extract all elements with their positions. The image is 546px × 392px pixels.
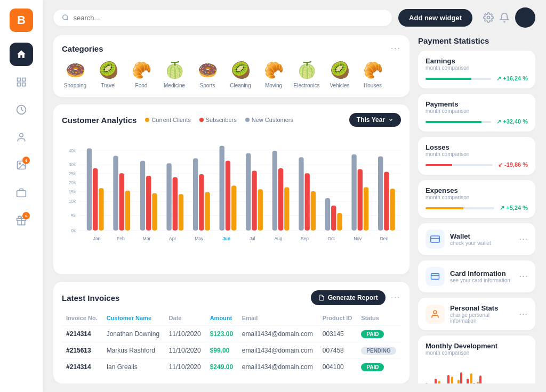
mini-bar-mar: [438, 381, 443, 383]
paid-badge: PAID: [361, 330, 384, 338]
losses-pct: ↙ -19,86 %: [498, 161, 528, 168]
sidebar-item-home[interactable]: [10, 43, 33, 66]
card-icon: [430, 272, 440, 281]
svg-text:15k: 15k: [69, 189, 76, 194]
category-electronics[interactable]: 🍈 Electronics: [293, 61, 320, 88]
date-3: 11/10/2020: [165, 359, 206, 375]
add-widget-button[interactable]: Add new widget: [398, 9, 472, 27]
monthly-title: Monthly Development: [425, 342, 497, 350]
svg-text:Apr: Apr: [169, 236, 176, 242]
svg-text:May: May: [195, 236, 204, 242]
notification-icon[interactable]: [499, 12, 510, 23]
svg-text:Dec: Dec: [380, 236, 388, 242]
sidebar-item-chart[interactable]: [10, 98, 33, 121]
header-icons: [483, 7, 535, 28]
mini-bar-jun: [457, 372, 462, 383]
svg-rect-58: [272, 151, 277, 231]
payments-pct: ↗ +32,40 %: [496, 118, 528, 125]
category-moving[interactable]: 🥐 Moving: [260, 61, 287, 88]
sidebar-item-dashboard[interactable]: [10, 70, 33, 94]
mini-bar-feb: [432, 379, 437, 383]
right-panel: Payment Statistics Earnings month compar…: [418, 35, 535, 383]
svg-rect-68: [337, 213, 342, 231]
food-emoji: 🥐: [132, 61, 151, 79]
analytics-header: Customer Analytics Current Clients Subsc…: [62, 113, 401, 127]
svg-text:5k: 5k: [71, 213, 76, 218]
generate-report-button[interactable]: Generate Report: [311, 290, 386, 305]
category-houses[interactable]: 🥐 Houses: [359, 61, 386, 88]
sidebar-item-gift[interactable]: 6: [10, 209, 33, 232]
personal-icon: [430, 309, 440, 319]
earnings-bar-row: ↗ +16,24 %: [425, 75, 528, 82]
svg-rect-44: [179, 194, 183, 231]
col-customer: Customer Name: [102, 313, 165, 326]
card-info-menu[interactable]: ···: [519, 272, 528, 281]
category-shopping[interactable]: 🍩 Shopping: [62, 61, 89, 88]
svg-rect-3: [22, 83, 26, 86]
moving-label: Moving: [265, 83, 282, 88]
table-row: #215613 Markus Rashford 11/10/2020 $99.0…: [62, 342, 401, 359]
svg-rect-43: [173, 177, 178, 231]
image-badge: 4: [22, 157, 30, 164]
sidebar-item-image[interactable]: 4: [10, 153, 33, 177]
mini-bar-may: [451, 377, 456, 383]
svg-rect-66: [325, 198, 330, 231]
category-sports[interactable]: 🍩 Sports: [194, 61, 221, 88]
card-info-sub: see your card information: [450, 277, 510, 283]
svg-text:Nov: Nov: [354, 236, 362, 242]
header: Add new widget: [43, 0, 546, 35]
category-medicine[interactable]: 🍈 Medicine: [161, 61, 188, 88]
col-product-id: Product ID: [318, 313, 357, 326]
svg-rect-46: [193, 158, 198, 231]
category-vehicles[interactable]: 🥝 Vehicles: [326, 61, 353, 88]
category-cleaning[interactable]: 🥝 Cleaning: [227, 61, 254, 88]
categories-title: Categories: [62, 44, 103, 53]
svg-point-13: [487, 17, 490, 19]
settings-icon[interactable]: [483, 12, 494, 23]
wallet-menu[interactable]: ···: [519, 234, 528, 244]
col-date: Date: [165, 313, 206, 326]
wallet-icon: [430, 234, 440, 244]
date-2: 11/10/2020: [165, 342, 206, 359]
wallet-icon-container: [425, 230, 445, 249]
year-select-button[interactable]: This Year: [349, 113, 401, 127]
invoices-menu[interactable]: ···: [391, 293, 401, 303]
search-input[interactable]: [74, 14, 384, 22]
personal-stats-text: Personal Stats change personal informati…: [450, 304, 514, 324]
expenses-name: Expenses: [425, 186, 528, 194]
chart-svg: 40k 30k 25k 20k 15k 10k 5k 0k: [62, 134, 401, 262]
svg-rect-39: [146, 176, 151, 231]
payments-bar: [425, 121, 491, 123]
customer-name-1: Jonathan Downing: [102, 326, 165, 342]
shopping-label: Shopping: [64, 83, 86, 88]
svg-rect-35: [119, 173, 124, 231]
personal-stats-sub: change personal information: [450, 312, 514, 324]
categories-menu[interactable]: ···: [391, 44, 401, 53]
svg-rect-64: [311, 191, 316, 231]
svg-rect-72: [364, 187, 368, 230]
customer-name-3: Ian Grealis: [102, 359, 165, 375]
personal-icon-container: [425, 305, 445, 324]
wallet-card[interactable]: Wallet check your wallet ···: [418, 223, 535, 255]
svg-text:30k: 30k: [69, 162, 76, 167]
mini-bar-jul: [464, 379, 469, 383]
personal-stats-card[interactable]: Personal Stats change personal informati…: [418, 298, 535, 330]
losses-name: Losses: [425, 143, 528, 151]
expenses-sub: month comparison: [425, 194, 528, 200]
category-travel[interactable]: 🥝 Travel: [95, 61, 122, 88]
card-info-card[interactable]: Card Information see your card informati…: [418, 260, 535, 292]
amount-3: $249.00: [206, 359, 238, 375]
category-food[interactable]: 🥐 Food: [128, 61, 155, 88]
expenses-bar: [425, 207, 494, 209]
vehicles-label: Vehicles: [330, 83, 349, 88]
svg-text:Oct: Oct: [328, 236, 335, 242]
personal-stats-menu[interactable]: ···: [519, 309, 528, 319]
content-area: Categories ··· 🍩 Shopping 🥝 Travel 🥐 Foo…: [43, 35, 546, 392]
losses-bar: [425, 164, 493, 166]
svg-text:Jan: Jan: [93, 236, 101, 242]
sidebar-item-briefcase[interactable]: [10, 181, 33, 205]
sports-emoji: 🍩: [198, 61, 218, 79]
sidebar-item-user[interactable]: [10, 126, 33, 149]
svg-rect-67: [331, 206, 336, 231]
user-avatar[interactable]: [515, 7, 535, 28]
